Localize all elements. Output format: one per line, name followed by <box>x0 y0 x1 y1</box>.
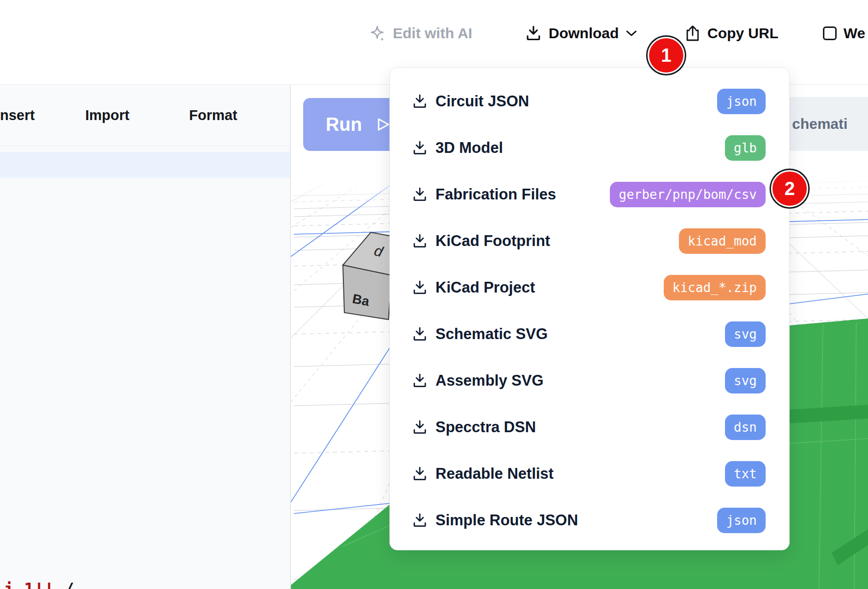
download-menu-item[interactable]: Fabrication Files gerber/pnp/bom/csv <box>390 171 789 218</box>
download-menu-item-label: Assembly SVG <box>435 372 544 390</box>
download-menu-item-label: KiCad Project <box>435 279 535 296</box>
download-icon <box>412 94 428 109</box>
code-editor-pane[interactable]: nsert Import Format i 1!! / <box>0 85 290 589</box>
download-dropdown-menu: Circuit JSON json 3D Model glb Fabricati… <box>389 67 790 550</box>
download-icon <box>412 233 428 249</box>
download-icon <box>412 466 428 482</box>
download-menu-item[interactable]: KiCad Footprint kicad_mod <box>390 218 789 264</box>
file-format-badge: gerber/pnp/bom/csv <box>610 182 766 207</box>
editor-menubar: nsert Import Format <box>0 85 290 146</box>
app-window: d Ba Run <box>0 0 868 589</box>
menu-import[interactable]: Import <box>85 85 129 146</box>
file-format-badge: svg <box>725 368 766 393</box>
play-icon <box>377 117 390 132</box>
annotation-step-2: 2 <box>771 170 808 207</box>
annotation-step-2-number: 2 <box>784 178 795 199</box>
share-icon <box>685 25 700 42</box>
download-icon <box>412 187 428 202</box>
menu-format[interactable]: Format <box>189 85 237 146</box>
tab-schematic-label: chemati <box>792 116 847 132</box>
download-menu-item-label: KiCad Footprint <box>435 232 550 250</box>
download-icon <box>412 513 428 528</box>
download-icon <box>412 419 428 435</box>
edit-with-ai-button[interactable]: Edit with AI <box>368 18 472 49</box>
editor-highlighted-line[interactable] <box>0 152 290 178</box>
download-menu-item[interactable]: 3D Model glb <box>390 124 789 171</box>
webview-label: We <box>844 25 865 42</box>
file-format-badge: json <box>717 89 766 114</box>
download-icon <box>412 373 428 389</box>
menu-insert[interactable]: nsert <box>0 85 35 146</box>
download-menu-item[interactable]: Circuit JSON json <box>390 78 789 124</box>
copy-url-label: Copy URL <box>707 25 778 42</box>
download-menu-item[interactable]: Readable Netlist txt <box>390 450 789 497</box>
download-icon <box>412 140 428 156</box>
file-format-badge: kicad_mod <box>679 228 766 254</box>
checkbox-icon[interactable] <box>823 26 837 40</box>
code-fragment-red: i 1!! <box>4 580 54 589</box>
annotation-step-1: 1 <box>648 37 685 74</box>
download-label: Download <box>549 25 619 42</box>
download-icon <box>412 326 428 342</box>
download-menu-item[interactable]: Assembly SVG svg <box>390 357 789 404</box>
file-format-badge: dsn <box>725 415 766 440</box>
download-menu-item-label: Schematic SVG <box>435 325 548 343</box>
download-menu-item[interactable]: Specctra DSN dsn <box>390 404 789 450</box>
webview-toggle[interactable]: We <box>823 18 865 49</box>
download-menu-item-label: Circuit JSON <box>435 93 529 110</box>
code-fragment-slash: / <box>64 580 74 589</box>
pane-divider <box>290 85 291 589</box>
file-format-badge: glb <box>725 135 766 161</box>
file-format-badge: kicad_*.zip <box>664 275 766 300</box>
download-menu-item-label: Simple Route JSON <box>435 512 578 529</box>
copy-url-button[interactable]: Copy URL <box>685 18 778 49</box>
download-icon <box>412 280 428 295</box>
edit-with-ai-label: Edit with AI <box>393 25 472 42</box>
sparkle-icon <box>368 25 386 42</box>
download-menu-item[interactable]: Schematic SVG svg <box>390 311 789 357</box>
annotation-step-1-number: 1 <box>661 45 671 66</box>
file-format-badge: json <box>717 508 766 533</box>
download-icon <box>525 25 542 42</box>
run-button[interactable]: Run <box>303 98 401 151</box>
download-menu-item[interactable]: KiCad Project kicad_*.zip <box>390 264 789 311</box>
download-menu-item-label: Readable Netlist <box>435 465 554 483</box>
file-format-badge: txt <box>725 461 766 487</box>
tab-schematic[interactable]: chemati <box>790 97 868 151</box>
download-menu-item-label: 3D Model <box>435 139 503 157</box>
download-menu-item[interactable]: Simple Route JSON json <box>390 497 789 543</box>
file-format-badge: svg <box>725 321 766 347</box>
download-menu-item-label: Fabrication Files <box>435 186 556 203</box>
download-menu-item-label: Specctra DSN <box>435 418 536 436</box>
run-button-label: Run <box>326 114 362 135</box>
editor-partial-code-line: i 1!! / <box>4 580 278 589</box>
chevron-down-icon <box>626 30 637 37</box>
download-button[interactable]: Download <box>525 18 637 49</box>
